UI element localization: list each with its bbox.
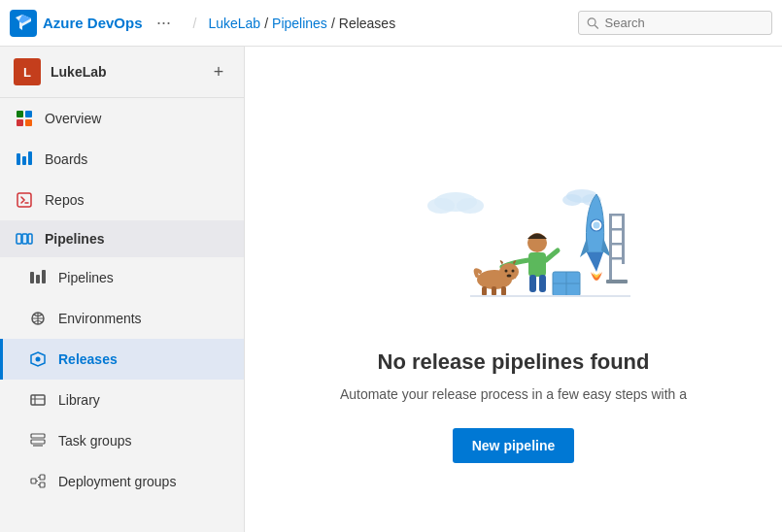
svg-rect-19: [31, 434, 45, 438]
sidebar-item-label-boards: Boards: [45, 151, 87, 167]
deployment-groups-icon: [27, 471, 49, 492]
sidebar-item-boards[interactable]: Boards: [0, 139, 244, 180]
svg-point-47: [511, 269, 514, 272]
sidebar-item-pipelines[interactable]: Pipelines: [0, 257, 244, 298]
search-input[interactable]: [605, 16, 764, 30]
svg-point-27: [457, 198, 484, 214]
sidebar-item-releases[interactable]: Releases: [0, 339, 244, 380]
sidebar-item-pipelines-header[interactable]: Pipelines: [0, 220, 244, 257]
svg-rect-4: [25, 111, 32, 117]
svg-rect-11: [22, 234, 27, 244]
svg-rect-43: [539, 275, 546, 292]
empty-state: No release pipelines found Automate your…: [321, 155, 706, 482]
sidebar: L LukeLab + Overview: [0, 47, 245, 532]
sidebar-item-label-deployment-groups: Deployment groups: [58, 474, 176, 489]
breadcrumb-releases: Releases: [339, 16, 395, 31]
svg-rect-42: [529, 275, 536, 292]
overview-icon: [14, 108, 35, 129]
svg-rect-15: [42, 270, 46, 283]
svg-rect-50: [492, 286, 496, 296]
pipelines-sub-icon: [27, 267, 49, 288]
svg-rect-6: [25, 119, 32, 126]
svg-point-45: [499, 263, 519, 281]
svg-point-46: [504, 269, 507, 272]
svg-rect-39: [606, 280, 628, 283]
svg-rect-24: [40, 482, 45, 487]
project-name: LukeLab: [51, 64, 197, 80]
sidebar-item-deployment-groups[interactable]: Deployment groups: [0, 461, 244, 502]
breadcrumb-sep1: /: [264, 16, 268, 31]
azure-devops-logo-icon: [10, 10, 37, 37]
search-icon: [587, 17, 599, 30]
new-pipeline-button[interactable]: New pipeline: [453, 428, 575, 463]
svg-rect-10: [17, 234, 21, 244]
svg-line-2: [595, 24, 598, 28]
sidebar-item-label-releases: Releases: [58, 351, 118, 367]
svg-rect-14: [36, 275, 40, 283]
library-icon: [27, 389, 49, 411]
breadcrumb-pipelines[interactable]: Pipelines: [272, 16, 327, 31]
add-project-button[interactable]: +: [207, 60, 230, 83]
sidebar-item-label-library: Library: [58, 392, 100, 408]
environments-icon: [27, 308, 49, 329]
svg-rect-22: [31, 479, 36, 483]
sidebar-item-environments[interactable]: Environments: [0, 298, 244, 339]
repos-icon: [14, 189, 35, 211]
svg-point-17: [36, 357, 41, 362]
empty-illustration: [388, 175, 640, 330]
sidebar-item-label-overview: Overview: [45, 111, 101, 126]
sidebar-item-label-repos: Repos: [45, 192, 84, 208]
svg-point-1: [588, 17, 595, 25]
svg-rect-49: [482, 286, 487, 296]
top-nav: Azure DevOps ··· / LukeLab / Pipelines /…: [0, 0, 782, 47]
illustration-svg: [388, 175, 640, 330]
svg-point-48: [506, 274, 511, 277]
breadcrumb-lukelab[interactable]: LukeLab: [208, 16, 260, 31]
svg-rect-13: [30, 272, 34, 283]
svg-rect-18: [31, 395, 45, 405]
breadcrumb-sep2: /: [331, 16, 335, 31]
sidebar-item-repos[interactable]: Repos: [0, 180, 244, 220]
svg-rect-8: [22, 156, 26, 165]
search-box[interactable]: [578, 11, 772, 35]
svg-point-26: [427, 198, 455, 214]
boards-icon: [14, 149, 35, 170]
svg-rect-7: [17, 153, 20, 165]
sidebar-item-task-groups[interactable]: Task groups: [0, 420, 244, 461]
svg-rect-51: [501, 286, 506, 296]
svg-rect-5: [17, 119, 23, 126]
nav-separator: /: [193, 16, 197, 31]
svg-rect-9: [28, 151, 32, 165]
content-area: No release pipelines found Automate your…: [245, 47, 782, 532]
app-logo[interactable]: Azure DevOps: [10, 10, 143, 37]
task-groups-icon: [27, 430, 49, 451]
svg-rect-12: [28, 234, 32, 244]
sidebar-item-label-task-groups: Task groups: [58, 433, 131, 449]
svg-rect-40: [528, 252, 546, 277]
pipelines-section-label: Pipelines: [45, 231, 104, 247]
sidebar-item-label-pipelines: Pipelines: [58, 270, 114, 285]
svg-rect-23: [40, 475, 45, 480]
releases-icon: [27, 349, 49, 370]
breadcrumb: LukeLab / Pipelines / Releases: [208, 16, 395, 31]
svg-rect-3: [17, 111, 23, 117]
project-avatar: L: [14, 58, 41, 85]
sidebar-project: L LukeLab +: [0, 47, 244, 98]
sidebar-item-library[interactable]: Library: [0, 380, 244, 420]
svg-rect-38: [622, 214, 625, 264]
svg-point-32: [593, 221, 599, 228]
pipelines-icon: [14, 228, 35, 249]
svg-rect-20: [31, 440, 45, 444]
svg-rect-33: [609, 214, 612, 282]
svg-point-29: [562, 194, 582, 206]
more-options-button[interactable]: ···: [151, 10, 178, 37]
main-layout: L LukeLab + Overview: [0, 47, 782, 532]
empty-subtitle: Automate your release process in a few e…: [340, 384, 687, 405]
empty-title: No release pipelines found: [378, 349, 650, 375]
sidebar-item-overview[interactable]: Overview: [0, 98, 244, 139]
sidebar-item-label-environments: Environments: [58, 311, 142, 326]
app-name-label: Azure DevOps: [43, 15, 143, 31]
